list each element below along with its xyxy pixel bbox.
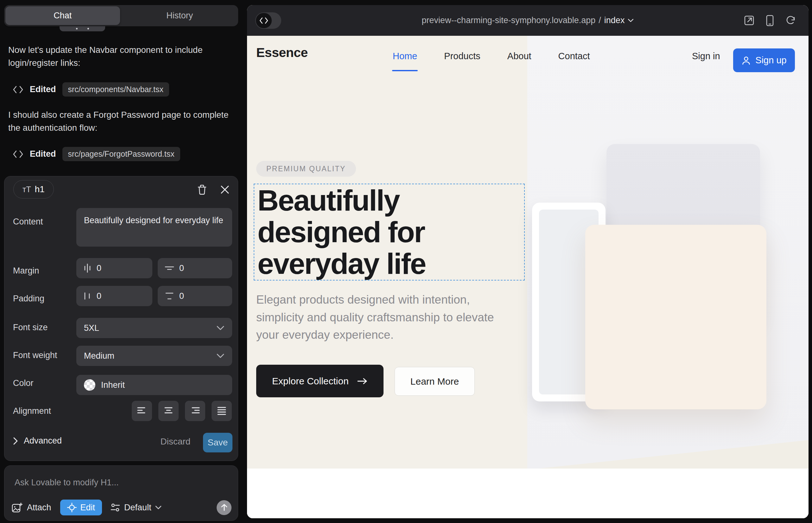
padding-label: Padding xyxy=(13,294,44,304)
file-edit-row[interactable]: Edited src/components/Navbar.tsx xyxy=(13,82,169,96)
code-icon xyxy=(13,86,23,94)
color-label: Color xyxy=(13,378,34,388)
align-left-button[interactable] xyxy=(132,401,152,421)
chevron-down-icon xyxy=(216,353,225,358)
nav-link-home[interactable]: Home xyxy=(393,51,417,61)
content-input[interactable]: Beautifully designed for everyday life xyxy=(76,208,232,247)
element-editor-panel: тT h1 Content Beautifully designed for e… xyxy=(4,176,238,461)
preview-url-bar[interactable]: preview--charming-site-symphony.lovable.… xyxy=(422,16,634,25)
code-icon xyxy=(13,150,23,158)
file-edit-row[interactable]: Edited src/pages/ForgotPassword.tsx xyxy=(13,147,180,161)
settings-sliders-icon xyxy=(110,503,120,512)
margin-vertical-icon xyxy=(165,264,174,272)
selected-element-tag: тT h1 xyxy=(13,180,54,198)
edited-label: Edited xyxy=(30,85,56,94)
preview-toolbar: preview--charming-site-symphony.lovable.… xyxy=(247,5,809,36)
padding-vertical-input[interactable]: 0 xyxy=(158,286,232,306)
sign-in-link[interactable]: Sign in xyxy=(692,51,720,61)
align-right-icon xyxy=(190,407,200,415)
nav-link-contact[interactable]: Contact xyxy=(558,51,590,61)
chat-composer: Ask Lovable to modify H1... Attach Edit … xyxy=(4,465,238,521)
sign-up-button[interactable]: Sign up xyxy=(733,49,795,72)
learn-more-button[interactable]: Learn More xyxy=(394,367,475,396)
delete-element-button[interactable] xyxy=(196,183,208,196)
align-justify-button[interactable] xyxy=(212,401,232,421)
align-left-icon xyxy=(137,407,147,415)
margin-vertical-input[interactable]: 0 xyxy=(158,258,232,278)
color-picker[interactable]: Inherit xyxy=(76,375,232,395)
mobile-view-button[interactable] xyxy=(763,14,776,27)
url-separator: / xyxy=(599,16,601,25)
align-center-button[interactable] xyxy=(158,401,179,421)
app-window: Chat History Now let's update the Navbar… xyxy=(0,0,812,523)
font-size-select[interactable]: 5XL xyxy=(76,318,232,338)
chat-history-tabs: Chat History xyxy=(4,5,238,26)
code-toggle-active-segment xyxy=(256,13,272,28)
tab-chat[interactable]: Chat xyxy=(5,6,120,25)
chat-message: Now let's update the Navbar component to… xyxy=(8,44,235,69)
url-domain: preview--charming-site-symphony.lovable.… xyxy=(422,16,596,25)
refresh-icon xyxy=(786,16,796,26)
explore-collection-button[interactable]: Explore Collection xyxy=(256,365,384,397)
scrolled-chat-pill xyxy=(59,26,105,31)
attach-button[interactable]: Attach xyxy=(12,502,51,512)
target-icon xyxy=(67,503,77,512)
hero-heading[interactable]: Beautifully designed for everyday life xyxy=(258,185,520,280)
attach-image-icon xyxy=(12,502,22,512)
edit-mode-button[interactable]: Edit xyxy=(60,500,102,516)
text-type-icon: тT xyxy=(22,185,31,194)
smartphone-icon xyxy=(766,15,774,26)
margin-label: Margin xyxy=(13,266,39,276)
user-icon xyxy=(741,56,751,65)
arrow-up-icon xyxy=(221,504,228,511)
chevron-right-icon xyxy=(13,437,18,445)
align-justify-icon xyxy=(217,407,226,415)
padding-vertical-icon xyxy=(165,292,174,301)
padding-horizontal-icon xyxy=(83,291,91,301)
url-page: index xyxy=(604,16,625,25)
preview-browser-panel: preview--charming-site-symphony.lovable.… xyxy=(247,5,809,518)
edited-file-chip[interactable]: src/components/Navbar.tsx xyxy=(63,82,170,96)
align-right-button[interactable] xyxy=(185,401,205,421)
hero-subtext: Elegant products designed with intention… xyxy=(256,291,513,344)
alignment-label: Alignment xyxy=(13,406,51,416)
premium-quality-badge: PREMIUM QUALITY xyxy=(256,161,356,177)
close-editor-button[interactable] xyxy=(218,183,231,196)
default-mode-select[interactable]: Default xyxy=(110,503,161,512)
send-button[interactable] xyxy=(217,500,231,515)
site-logo[interactable]: Essence xyxy=(256,45,308,60)
content-label: Content xyxy=(13,217,43,227)
color-swatch-transparent xyxy=(84,379,95,391)
font-weight-label: Font weight xyxy=(13,350,57,360)
align-center-icon xyxy=(164,407,173,415)
chevron-down-icon xyxy=(216,325,225,330)
close-icon xyxy=(220,185,230,194)
edited-file-chip[interactable]: src/pages/ForgotPassword.tsx xyxy=(63,147,180,161)
tab-history[interactable]: History xyxy=(123,6,237,25)
chevron-down-icon xyxy=(155,506,161,510)
font-size-label: Font size xyxy=(13,323,48,332)
site-navbar: Essence Home Products About Contact Sign… xyxy=(247,36,809,77)
font-weight-select[interactable]: Medium xyxy=(76,346,232,366)
h1-selection-outline[interactable]: Beautifully designed for everyday life xyxy=(254,184,525,281)
open-in-new-tab-button[interactable] xyxy=(743,14,755,27)
hero-image-card-front xyxy=(585,225,766,409)
external-link-icon xyxy=(744,15,754,26)
site-viewport: Essence Home Products About Contact Sign… xyxy=(247,36,809,518)
padding-horizontal-input[interactable]: 0 xyxy=(76,286,152,306)
code-view-toggle[interactable] xyxy=(255,12,281,29)
code-icon xyxy=(259,17,268,24)
nav-link-products[interactable]: Products xyxy=(444,51,480,61)
trash-icon xyxy=(197,184,207,195)
arrow-right-icon xyxy=(357,377,368,385)
composer-input[interactable]: Ask Lovable to modify H1... xyxy=(15,478,119,488)
element-tag-label: h1 xyxy=(35,184,45,194)
refresh-button[interactable] xyxy=(784,14,797,27)
margin-horizontal-input[interactable]: 0 xyxy=(76,258,152,278)
discard-button[interactable]: Discard xyxy=(156,437,194,447)
chat-message: I should also create a Forgot Password p… xyxy=(8,109,235,134)
edited-label: Edited xyxy=(30,149,56,159)
save-button[interactable]: Save xyxy=(203,433,232,452)
advanced-toggle[interactable]: Advanced xyxy=(13,436,62,446)
nav-link-about[interactable]: About xyxy=(507,51,531,61)
